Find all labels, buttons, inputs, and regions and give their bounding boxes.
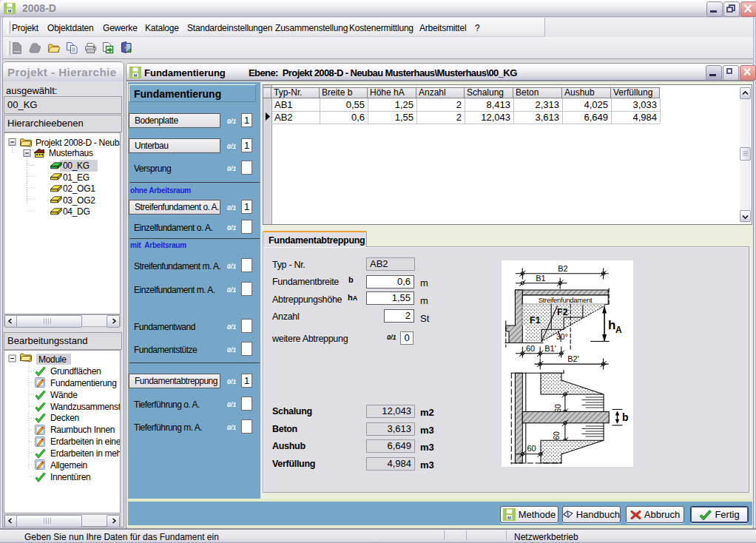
svg-text:M: M [507, 516, 511, 520]
svg-text:b: b [622, 411, 629, 423]
svg-text:B1': B1' [544, 344, 556, 353]
svg-text:Streifenfundament: Streifenfundament [539, 296, 593, 304]
svg-text:A: A [615, 325, 622, 335]
svg-text:M: M [134, 73, 138, 78]
svg-text:60: 60 [526, 344, 535, 353]
svg-text:B2': B2' [567, 354, 579, 363]
svg-text:B1: B1 [536, 274, 545, 283]
svg-text:F1: F1 [530, 315, 541, 326]
svg-text:B2: B2 [558, 264, 567, 273]
svg-text:M: M [8, 9, 12, 13]
svg-text:h: h [608, 318, 615, 332]
svg-text:60: 60 [527, 444, 536, 453]
svg-text:30°: 30° [556, 332, 568, 341]
svg-text:60: 60 [552, 431, 561, 440]
svg-text:F2: F2 [557, 307, 568, 317]
